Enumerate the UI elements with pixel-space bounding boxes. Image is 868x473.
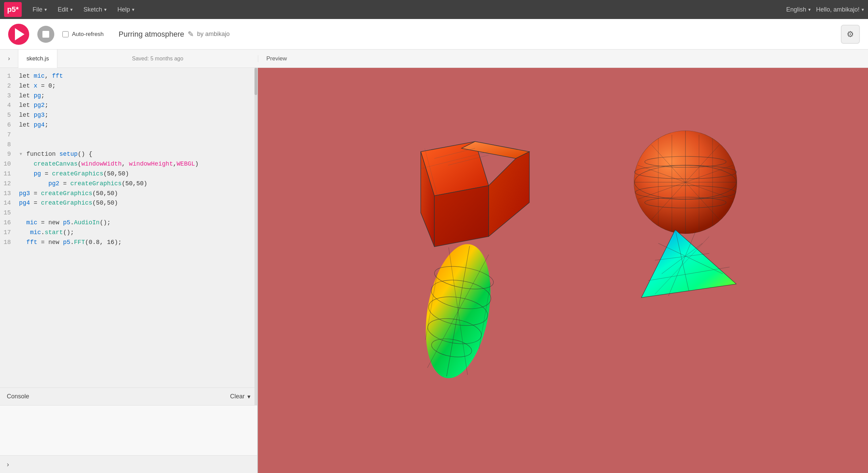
edit-sketch-name-icon[interactable]: ✎ <box>188 30 194 39</box>
top-nav: p5* File Edit Sketch Help English Hello,… <box>0 0 868 19</box>
preview-label: Preview <box>258 55 868 62</box>
toolbar: Auto-refresh Purring atmosphere ✎ by amb… <box>0 19 868 50</box>
collapse-button[interactable]: › <box>0 50 18 68</box>
expand-icon[interactable]: › <box>7 460 9 468</box>
code-line: 9 ▾ function setup() { <box>0 149 257 159</box>
bottom-bar: › <box>0 455 257 473</box>
console-header: Console Clear ▾ <box>0 388 257 405</box>
console-area: Console Clear ▾ <box>0 387 257 455</box>
file-tab-sketch-js[interactable]: sketch.js <box>18 50 57 68</box>
auto-refresh-text: Auto-refresh <box>72 31 104 38</box>
file-tabs-bar: › sketch.js Saved: 5 months ago Preview <box>0 50 868 68</box>
preview-canvas <box>258 68 868 473</box>
scroll-thumb <box>254 68 257 95</box>
code-line: 1 let mic, fft <box>0 71 257 81</box>
nav-edit[interactable]: Edit <box>52 3 78 16</box>
code-line: 3 let pg; <box>0 91 257 101</box>
code-line: 6 let pg4; <box>0 120 257 130</box>
chevron-down-icon: ▾ <box>247 393 250 400</box>
nav-sketch[interactable]: Sketch <box>78 3 112 16</box>
code-line: 4 let pg2; <box>0 100 257 110</box>
auto-refresh-label[interactable]: Auto-refresh <box>62 31 104 38</box>
clear-label: Clear <box>230 393 245 400</box>
code-line: 16 mic = new p5.AudioIn(); <box>0 218 257 228</box>
nav-right: English Hello, ambikajo! <box>786 6 864 13</box>
settings-icon: ⚙ <box>847 30 854 39</box>
code-line: 13 pg3 = createGraphics(50,50) <box>0 189 257 198</box>
code-line: 5 let pg3; <box>0 110 257 120</box>
code-line: 2 let x = 0; <box>0 81 257 91</box>
code-line: 7 <box>0 130 257 140</box>
code-line: 8 <box>0 140 257 150</box>
p5-logo[interactable]: p5* <box>4 2 22 17</box>
main-area: 1 let mic, fft 2 let x = 0; 3 let pg; 4 … <box>0 68 868 473</box>
code-line: 12 pg2 = createGraphics(50,50) <box>0 179 257 189</box>
preview-area <box>258 68 868 473</box>
console-output <box>0 405 257 455</box>
editor-scrollbar[interactable] <box>254 68 257 405</box>
code-line: 18 fft = new p5.FFT(0.8, 16); <box>0 238 257 247</box>
code-line: 10 createCanvas(windowWidth, windowHeigh… <box>0 159 257 169</box>
clear-button[interactable]: Clear ▾ <box>230 393 250 400</box>
sketch-author: by ambikajo <box>197 31 230 38</box>
language-selector[interactable]: English <box>786 6 811 13</box>
sketch-name[interactable]: Purring atmosphere <box>119 30 184 39</box>
nav-help[interactable]: Help <box>112 3 140 16</box>
stop-button[interactable] <box>37 26 54 43</box>
sketch-title-area: Purring atmosphere ✎ by ambikajo <box>119 30 230 39</box>
settings-button[interactable]: ⚙ <box>841 25 860 44</box>
play-button[interactable] <box>8 24 29 45</box>
code-editor[interactable]: 1 let mic, fft 2 let x = 0; 3 let pg; 4 … <box>0 68 257 387</box>
console-label: Console <box>7 393 29 400</box>
save-info: Saved: 5 months ago <box>57 56 258 62</box>
editor-panel: 1 let mic, fft 2 let x = 0; 3 let pg; 4 … <box>0 68 258 473</box>
code-line: 11 pg = createGraphics(50,50) <box>0 169 257 179</box>
code-line: 14 pg4 = createGraphics(50,50) <box>0 198 257 208</box>
svg-marker-5 <box>434 186 489 247</box>
code-line: 17 mic.start(); <box>0 228 257 238</box>
auto-refresh-checkbox[interactable] <box>62 31 69 37</box>
play-icon <box>15 28 24 40</box>
user-menu[interactable]: Hello, ambikajo! <box>816 6 864 13</box>
stop-icon <box>42 31 49 38</box>
nav-menu: File Edit Sketch Help <box>27 3 140 16</box>
svg-rect-0 <box>258 68 868 473</box>
nav-file[interactable]: File <box>27 3 52 16</box>
code-line: 15 <box>0 208 257 218</box>
